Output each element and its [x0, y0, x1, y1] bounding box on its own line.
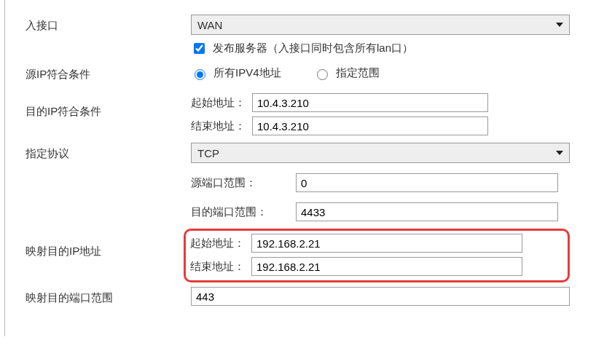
map-ip-start-row: 起始地址： [190, 234, 563, 253]
label-map-ip: 映射目的IP地址 [5, 229, 191, 258]
row-in-interface: 入接口 WAN 发布服务器（入接口同时包含所有lan口） [5, 15, 589, 56]
label-protocol: 指定协议 [5, 143, 191, 161]
publish-server-checkbox[interactable] [194, 43, 205, 54]
label-in-interface: 入接口 [5, 15, 191, 33]
label-src-ip: 源IP符合条件 [5, 63, 191, 82]
src-ip-all-label: 所有IPV4地址 [213, 66, 281, 80]
dst-ip-start-row: 起始地址： [191, 93, 574, 112]
src-ip-all-option[interactable]: 所有IPV4地址 [191, 66, 281, 80]
publish-server-line: 发布服务器（入接口同时包含所有lan口） [191, 41, 574, 56]
map-ip-end-row: 结束地址： [190, 257, 563, 276]
dst-port-label: 目的端口范围： [191, 205, 296, 219]
map-ip-end-input[interactable] [251, 257, 522, 276]
in-interface-value: WAN [197, 19, 556, 31]
dst-ip-end-label: 结束地址： [191, 119, 252, 133]
src-ip-all-radio[interactable] [195, 69, 205, 80]
map-ip-highlight: 起始地址： 结束地址： [184, 229, 570, 282]
dst-ip-start-input[interactable] [252, 93, 488, 112]
label-map-port: 映射目的端口范围 [5, 287, 191, 305]
map-ip-end-label: 结束地址： [190, 260, 251, 274]
dst-port-row: 目的端口范围： [191, 202, 574, 221]
row-map-ip: 映射目的IP地址 起始地址： 结束地址： [5, 229, 589, 282]
src-ip-range-label: 指定范围 [336, 66, 380, 80]
row-map-port: 映射目的端口范围 [5, 287, 589, 306]
row-dst-ip: 目的IP符合条件 起始地址： 结束地址： [5, 89, 589, 135]
src-port-input[interactable] [296, 173, 558, 192]
map-ip-start-label: 起始地址： [190, 237, 251, 250]
chevron-down-icon [556, 151, 563, 155]
src-ip-range-option[interactable]: 指定范围 [313, 66, 380, 80]
publish-server-label: 发布服务器（入接口同时包含所有lan口） [213, 41, 413, 55]
protocol-value: TCP [197, 147, 556, 159]
src-ip-range-radio[interactable] [317, 69, 328, 80]
src-port-row: 源端口范围： [191, 173, 574, 192]
chevron-down-icon [556, 23, 563, 27]
in-interface-select[interactable]: WAN [191, 15, 570, 35]
label-dst-ip: 目的IP符合条件 [5, 89, 191, 119]
protocol-select[interactable]: TCP [191, 143, 570, 163]
dst-ip-start-label: 起始地址： [191, 96, 252, 110]
row-src-ip: 源IP符合条件 所有IPV4地址 指定范围 [5, 63, 589, 82]
nat-rule-panel: 入接口 WAN 发布服务器（入接口同时包含所有lan口） 源IP符合条件 所有I… [4, 0, 589, 336]
map-ip-start-input[interactable] [251, 234, 522, 253]
dst-ip-end-input[interactable] [252, 116, 488, 135]
src-ip-radio-group: 所有IPV4地址 指定范围 [191, 63, 574, 80]
dst-ip-end-row: 结束地址： [191, 116, 574, 135]
src-port-label: 源端口范围： [191, 176, 296, 190]
map-port-input[interactable] [191, 287, 570, 306]
row-protocol: 指定协议 TCP 源端口范围： 目的端口范围： [5, 143, 589, 221]
dst-port-input[interactable] [296, 202, 558, 221]
